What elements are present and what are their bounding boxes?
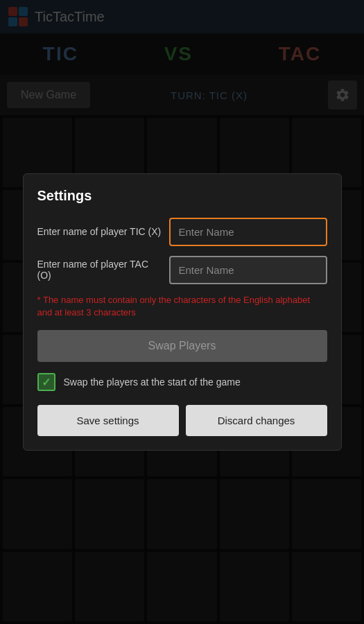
swap-checkbox-label: Swap the players at the start of the gam… <box>64 376 241 388</box>
save-settings-button[interactable]: Save settings <box>37 405 179 436</box>
modal-title: Settings <box>37 188 327 204</box>
discard-changes-button[interactable]: Discard changes <box>186 405 327 436</box>
swap-players-button[interactable]: Swap Players <box>37 330 327 362</box>
swap-checkbox-row: ✓ Swap the players at the start of the g… <box>37 373 327 391</box>
settings-modal: Settings Enter name of player TIC (X) En… <box>23 173 342 451</box>
checkmark-icon: ✓ <box>42 376 51 389</box>
tic-name-row: Enter name of player TIC (X) <box>37 218 327 246</box>
validation-message: * The name must contain only the charact… <box>37 294 327 319</box>
swap-checkbox[interactable]: ✓ <box>37 373 55 391</box>
tic-name-label: Enter name of player TIC (X) <box>37 226 162 237</box>
tac-name-row: Enter name of player TAC (O) <box>37 256 327 284</box>
tic-name-input[interactable] <box>169 218 327 246</box>
swap-checkbox-wrapper[interactable]: ✓ <box>37 373 55 391</box>
modal-overlay: Settings Enter name of player TIC (X) En… <box>0 0 364 624</box>
modal-actions: Save settings Discard changes <box>37 405 327 436</box>
tac-name-input[interactable] <box>169 256 327 284</box>
tac-name-label: Enter name of player TAC (O) <box>37 259 162 281</box>
